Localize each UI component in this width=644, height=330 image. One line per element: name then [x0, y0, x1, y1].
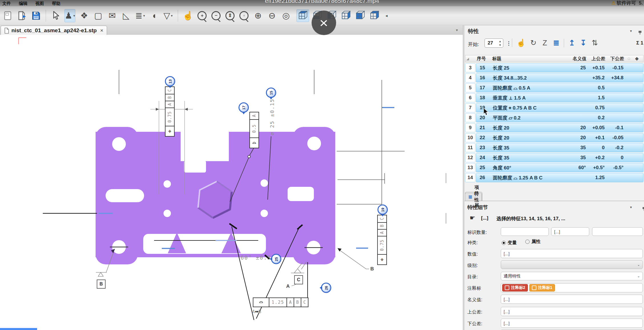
sort-icon[interactable]: ◢ — [465, 57, 476, 61]
panel-menu-icon[interactable]: ▾ — [456, 28, 458, 32]
table-row[interactable]: 618垂直度 ⊥ 1.5 A1.5 — [465, 93, 643, 102]
capture-column-icon[interactable]: ◌ — [624, 56, 633, 61]
spinner-menu-icon[interactable]: ⋮ — [506, 40, 511, 46]
col-seq[interactable]: 序号 — [476, 56, 491, 62]
radio-variable[interactable]: 变量 — [502, 240, 517, 246]
note-tags-field[interactable]: 注释标2注释标1 — [501, 283, 643, 292]
section-view-icon[interactable]: ◖ — [149, 9, 159, 22]
lower-tol-field[interactable]: [...] — [501, 319, 643, 328]
balloon-19[interactable]: 19 — [377, 205, 388, 215]
list-sort-icon[interactable]: ≣ — [552, 39, 560, 47]
fcf-profile-17[interactable]: A0.5⌓ — [249, 112, 259, 148]
balloon-25[interactable]: 25 — [271, 254, 281, 264]
spinner-arrows-icon[interactable]: ▴▾ — [499, 39, 501, 47]
upper-tol-field[interactable]: [...] — [501, 307, 643, 316]
datum-a-label[interactable]: A — [286, 284, 290, 289]
table-row[interactable]: 416长度 34.8...35.2+35.2+34.8 — [465, 73, 643, 82]
table-row[interactable]: 921长度 2020+0.05-0.1 — [465, 123, 643, 132]
radio-attribute[interactable]: 属性 — [525, 239, 540, 245]
select-cursor-icon[interactable] — [51, 9, 61, 22]
table-row[interactable]: 1224长度 3535+0.20 — [465, 153, 643, 162]
new-file-icon[interactable] — [3, 9, 13, 22]
col-upper[interactable]: 上公差 — [586, 56, 605, 62]
panel-pin-icon[interactable] — [639, 31, 641, 33]
details-collapse-icon[interactable]: ▾ — [630, 205, 632, 209]
z-sort-icon[interactable]: Z — [541, 39, 548, 47]
layers-icon[interactable]: ≣▾ — [135, 9, 145, 22]
measure-icon[interactable]: ◺ — [121, 9, 131, 22]
tab-close-icon[interactable]: × — [100, 27, 103, 34]
balloon-26[interactable]: 26 — [321, 283, 331, 293]
layers-icon-caret[interactable]: ▾ — [143, 14, 145, 18]
note-tag-chip[interactable]: 注释标2 — [502, 284, 528, 291]
view-cube-top-icon[interactable] — [296, 9, 309, 22]
balloon-13[interactable]: 13 — [165, 76, 175, 86]
fcf-position-19[interactable]: CBA0.75⌖ — [377, 215, 387, 265]
stamp-tool-icon-caret[interactable]: ▾ — [73, 14, 75, 18]
table-row[interactable]: 517面轮廓度 ⌓ 0.5 A0.5 — [465, 83, 643, 92]
tag-icon[interactable]: ❖ — [79, 9, 89, 22]
hand-select-icon[interactable]: ☛ — [470, 214, 475, 222]
value-field[interactable]: [...] — [501, 249, 643, 258]
zoom-fit-icon[interactable]: ⇕ — [225, 9, 235, 22]
sort-updown-icon[interactable]: ⇅ — [591, 39, 598, 47]
balloon-17[interactable]: 17 — [239, 102, 249, 113]
col-nominal[interactable]: 名义值 — [568, 56, 586, 62]
zoom-out-icon[interactable]: − — [211, 9, 221, 22]
note-tag-chip[interactable]: 注释标1 — [529, 284, 555, 291]
open-file-icon[interactable] — [17, 9, 27, 22]
fcf-profile-26[interactable]: ⌓1.25ABC — [253, 297, 308, 307]
table-row[interactable]: 1426面轮廓度 ⌓ 1.25 A B C1.25 — [465, 173, 643, 182]
id-count-field-1[interactable] — [501, 227, 549, 236]
catalog-dropdown[interactable]: 通用特性⌄ — [501, 272, 643, 280]
move-bottom-icon[interactable]: ↧ — [580, 39, 587, 47]
table-row[interactable]: 820平面度 ▱ 0.20.2 — [465, 113, 643, 122]
table-row[interactable]: 1325角度 60°60°+0.5°-0.5° — [465, 163, 643, 172]
video-close-button[interactable]: × — [312, 11, 336, 35]
details-pin-icon[interactable] — [643, 207, 644, 209]
stamp-tool-icon[interactable]: ♟▾ — [64, 9, 75, 22]
view-cube-right-icon[interactable] — [340, 10, 352, 22]
table-header-row[interactable]: ◢ 序号 标题 名义值 上公差 下公差 ◌ ❖ — [465, 55, 643, 62]
save-icon[interactable] — [31, 9, 41, 22]
table-row[interactable]: 719位置度 ⌖ 0.75 A B C0.75 — [465, 103, 643, 112]
col-lower[interactable]: 下公差 — [605, 56, 624, 62]
video-progress-bar[interactable] — [0, 328, 37, 330]
hand-point-icon[interactable]: ☝ — [516, 39, 526, 47]
zoom-window-icon[interactable]: ▫ — [239, 9, 249, 22]
table-row[interactable]: 1022长度 2020+0.1-0.05 — [465, 133, 643, 142]
comment-icon[interactable]: ✉ — [107, 9, 117, 22]
move-top-icon[interactable]: ↥ — [568, 39, 576, 47]
datum-b-left[interactable]: B — [97, 280, 106, 289]
tag-column-icon[interactable]: ❖ — [633, 56, 640, 62]
panel-collapse-icon[interactable]: ▾ — [630, 29, 632, 33]
start-spinner[interactable]: 27 ▴▾ — [484, 39, 503, 48]
filter-icon-caret[interactable]: ▾ — [171, 14, 173, 18]
view-cube-front-icon[interactable] — [354, 10, 366, 22]
id-count-field-2[interactable]: [...] — [551, 227, 589, 236]
chip-checkbox-icon[interactable] — [532, 286, 536, 290]
balloon-15[interactable]: 15 — [266, 88, 276, 98]
toolbar-overflow-icon[interactable]: ◂ — [384, 9, 389, 22]
zoom-selection-icon[interactable]: ◎ — [281, 9, 291, 22]
level-dropdown[interactable]: ⌄ — [501, 260, 643, 269]
section-box-icon[interactable]: ▢ — [93, 9, 103, 22]
rotate-icon[interactable]: ↻ — [530, 39, 537, 47]
tab-characteristics[interactable]: ≣ 特性 — [465, 193, 482, 201]
fcf-position-13[interactable]: CBA0.75⌖ — [165, 86, 175, 137]
document-tab[interactable]: nist_ctc_01_asme1_ap242-e1.stp × — [1, 26, 107, 35]
pan-hand-icon[interactable]: ☝ — [183, 9, 193, 22]
zoom-in-icon[interactable]: + — [197, 9, 207, 22]
datum-c[interactable]: C — [294, 275, 303, 284]
table-row[interactable]: 1123长度 35350-0.2 — [465, 143, 643, 152]
drawing-canvas[interactable]: CBA0.75⌖ A0.5⌓ CBA0.75⌖ ⌓1.25ABC A↔B 13 … — [0, 35, 463, 330]
id-count-field-3[interactable] — [592, 227, 643, 236]
table-row[interactable]: 315长度 2525+0.15-0.15 — [465, 63, 643, 72]
plus-circle-icon[interactable]: ⊕ — [253, 9, 263, 22]
view-cube-backtop-icon[interactable] — [368, 10, 380, 22]
col-title[interactable]: 标题 — [491, 56, 568, 62]
angle-dimension-text[interactable]: 60° ±0.5 — [241, 254, 271, 261]
minus-circle-icon[interactable]: ⊖ — [267, 9, 277, 22]
filter-icon[interactable]: ▽▾ — [163, 9, 173, 22]
chip-checkbox-icon[interactable] — [505, 286, 509, 290]
